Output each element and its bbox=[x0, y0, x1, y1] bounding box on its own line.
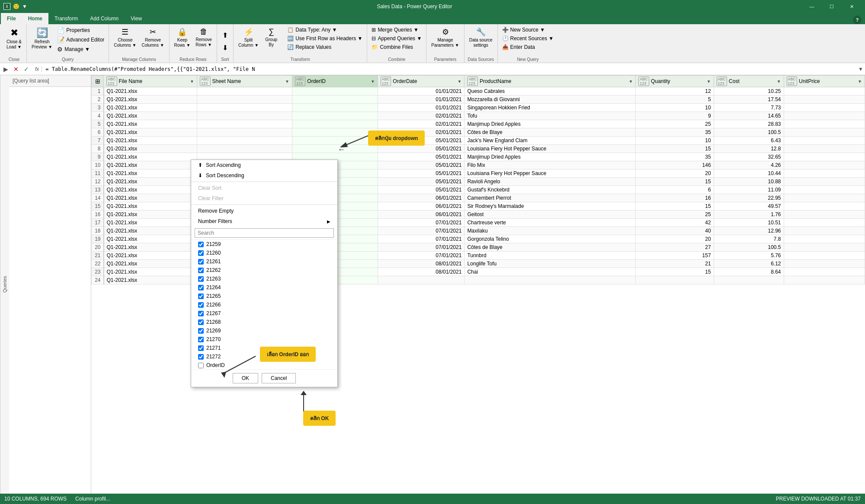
tab-file[interactable]: File bbox=[1, 13, 22, 24]
tab-add-column[interactable]: Add Column bbox=[84, 13, 125, 24]
filter-checkbox-item[interactable]: 21260 bbox=[191, 249, 337, 257]
formula-toggle-button[interactable]: ▶ bbox=[2, 66, 10, 73]
cell-orderdate: 05/01/2021 bbox=[378, 161, 465, 169]
filter-checkbox[interactable] bbox=[198, 345, 204, 351]
sort-ascending-button[interactable]: ⬆ bbox=[220, 29, 231, 41]
filter-checkbox-item[interactable]: 21265 bbox=[191, 292, 337, 300]
filter-quantity-button[interactable]: ▼ bbox=[707, 79, 711, 84]
filter-checkbox[interactable] bbox=[198, 363, 204, 368]
filter-orderdate-button[interactable]: ▼ bbox=[457, 79, 461, 84]
parameters-group-label: Parameters bbox=[434, 56, 457, 62]
filter-cost-button[interactable]: ▼ bbox=[777, 79, 781, 84]
filter-checkbox-item[interactable]: 21269 bbox=[191, 326, 337, 335]
filter-checkbox-item[interactable]: 21259 bbox=[191, 240, 337, 249]
formula-ok-button[interactable]: ✓ bbox=[22, 66, 31, 73]
filter-ok-button[interactable]: OK bbox=[233, 373, 258, 383]
remove-rows-button[interactable]: 🗑 RemoveRows ▼ bbox=[193, 26, 214, 49]
number-filters-item[interactable]: Number Filters ▶ bbox=[191, 216, 337, 226]
combine-group-label: Combine bbox=[388, 56, 405, 62]
formula-expand-button[interactable]: ▼ bbox=[858, 66, 863, 72]
filter-checkbox[interactable] bbox=[198, 250, 204, 256]
filter-checkbox-item[interactable]: 21268 bbox=[191, 318, 337, 326]
replace-values-button[interactable]: 🔄 Replace Values bbox=[285, 43, 364, 51]
cell-filename: Q1-2021.xlsx bbox=[104, 169, 197, 178]
filter-checkbox-item[interactable]: 21267 bbox=[191, 309, 337, 318]
filter-checkbox[interactable] bbox=[198, 302, 204, 308]
filter-checkbox-item[interactable]: 21266 bbox=[191, 300, 337, 309]
filter-checkbox[interactable] bbox=[198, 328, 204, 334]
formula-bar: ▶ ✕ ✓ fx ▼ bbox=[0, 63, 865, 75]
filter-checkbox[interactable] bbox=[198, 242, 204, 247]
row-number: 7 bbox=[92, 137, 104, 145]
manage-icon: ⚙ bbox=[57, 46, 63, 53]
properties-button[interactable]: 📄 Properties bbox=[55, 26, 106, 35]
cell-orderdate: 01/01/2021 bbox=[378, 87, 465, 96]
filter-productname-button[interactable]: ▼ bbox=[628, 79, 633, 84]
use-first-row-button[interactable]: 🔤 Use First Row as Headers ▼ bbox=[285, 35, 364, 42]
filter-checkbox-item[interactable]: 21264 bbox=[191, 283, 337, 292]
filter-checkbox[interactable] bbox=[198, 285, 204, 290]
remove-columns-button[interactable]: ✂ RemoveColumns ▼ bbox=[139, 26, 166, 49]
sort-desc-icon: ⬇ bbox=[198, 172, 202, 179]
filter-checkbox[interactable] bbox=[198, 268, 204, 273]
close-button[interactable]: ✕ bbox=[842, 0, 862, 13]
help-button[interactable]: ? bbox=[853, 16, 862, 24]
filter-filename-button[interactable]: ▼ bbox=[190, 79, 194, 84]
manage-parameters-button[interactable]: ⚙ ManageParameters ▼ bbox=[429, 26, 461, 49]
filter-checkbox[interactable] bbox=[198, 319, 204, 325]
filter-checkbox-item[interactable]: 21263 bbox=[191, 274, 337, 283]
keep-rows-button[interactable]: 🔒 KeepRows ▼ bbox=[172, 26, 193, 49]
append-queries-button[interactable]: ⊟ Append Queries ▼ bbox=[370, 35, 423, 42]
group-by-button[interactable]: ∑ GroupBy bbox=[262, 26, 281, 49]
sort-ascending-item[interactable]: ⬆ Sort Ascending bbox=[191, 160, 337, 170]
filter-checkbox-item[interactable]: OrderID bbox=[191, 361, 337, 369]
cell-sheetname bbox=[197, 128, 292, 137]
sort-descending-item[interactable]: ⬇ Sort Descending bbox=[191, 170, 337, 181]
manage-button[interactable]: ⚙ Manage ▼ bbox=[55, 45, 106, 54]
filter-search-input[interactable] bbox=[195, 228, 334, 238]
filter-orderid-button[interactable]: ▼ bbox=[371, 79, 375, 84]
filter-checkbox-item[interactable]: 21262 bbox=[191, 266, 337, 274]
sort-desc-icon: ⬇ bbox=[222, 44, 228, 52]
filter-unitprice-button[interactable]: ▼ bbox=[858, 79, 862, 84]
tab-view[interactable]: View bbox=[125, 13, 148, 24]
maximize-button[interactable]: ☐ bbox=[822, 0, 842, 13]
filter-checkbox[interactable] bbox=[198, 354, 204, 360]
split-column-button[interactable]: ⚡ SplitColumn ▼ bbox=[236, 26, 261, 49]
new-source-button[interactable]: ➕ New Source ▼ bbox=[500, 26, 556, 34]
filter-checkbox[interactable] bbox=[198, 311, 204, 316]
cell-filename: Q1-2021.xlsx bbox=[104, 227, 197, 235]
combine-files-button[interactable]: 📁 Combine Files bbox=[370, 43, 423, 51]
recent-sources-button[interactable]: 🕐 Recent Sources ▼ bbox=[500, 35, 556, 42]
enter-data-button[interactable]: 📥 Enter Data bbox=[500, 43, 556, 51]
data-source-settings-button[interactable]: 🔧 Data sourcesettings bbox=[467, 26, 495, 49]
filter-checkbox-item[interactable]: 21261 bbox=[191, 257, 337, 266]
choose-columns-button[interactable]: ☰ ChooseColumns ▼ bbox=[112, 26, 138, 49]
cell-productname: Ravioli Angelo bbox=[465, 178, 636, 186]
filter-checkbox[interactable] bbox=[198, 259, 204, 265]
cell-quantity: 15 bbox=[636, 202, 714, 211]
merge-queries-button[interactable]: ⊞ Merge Queries ▼ bbox=[370, 26, 423, 34]
tab-transform[interactable]: Transform bbox=[48, 13, 84, 24]
cell-quantity: 6 bbox=[636, 186, 714, 194]
cell-filename: Q1-2021.xlsx bbox=[104, 219, 197, 227]
filter-checkbox[interactable] bbox=[198, 337, 204, 342]
filter-cancel-button[interactable]: Cancel bbox=[262, 373, 296, 383]
refresh-preview-button[interactable]: 🔄 RefreshPreview ▼ bbox=[29, 26, 54, 51]
cell-cost: 100.5 bbox=[714, 243, 784, 252]
close-load-button[interactable]: ✖ Close &Load ▼ bbox=[4, 26, 24, 51]
queries-panel-label[interactable]: Queries bbox=[0, 75, 9, 494]
filter-checkbox[interactable] bbox=[198, 276, 204, 282]
formula-input[interactable] bbox=[45, 66, 856, 72]
data-type-button[interactable]: 📋 Data Type: Any ▼ bbox=[285, 26, 364, 34]
filter-sheetname-button[interactable]: ▼ bbox=[285, 79, 289, 84]
minimize-button[interactable]: — bbox=[802, 0, 822, 13]
advanced-editor-button[interactable]: 📝 Advanced Editor bbox=[55, 35, 106, 44]
ribbon-group-data-sources: 🔧 Data sourcesettings Data Sources bbox=[465, 24, 498, 63]
filter-checkbox-item[interactable]: 21270 bbox=[191, 335, 337, 344]
formula-cancel-button[interactable]: ✕ bbox=[12, 66, 20, 73]
filter-checkbox[interactable] bbox=[198, 293, 204, 299]
sort-descending-button[interactable]: ⬇ bbox=[220, 42, 231, 54]
tab-home[interactable]: Home bbox=[22, 13, 48, 24]
remove-empty-item[interactable]: Remove Empty bbox=[191, 206, 337, 216]
